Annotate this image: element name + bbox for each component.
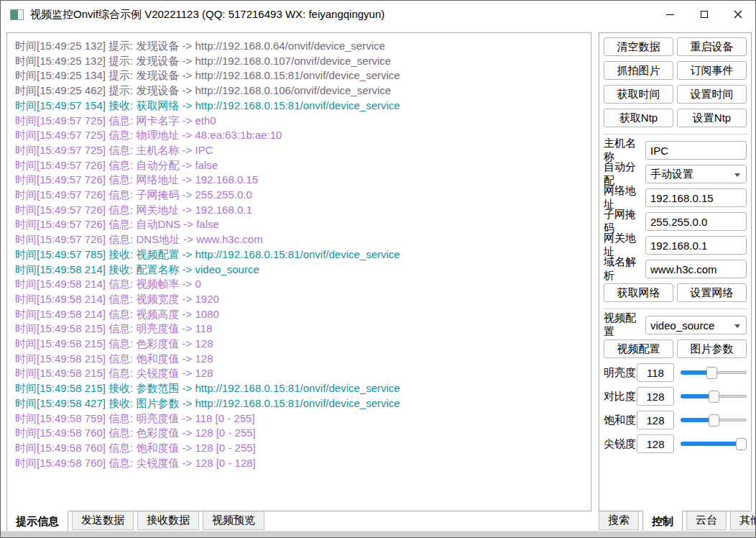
tab-other[interactable]: 其他 xyxy=(730,511,756,530)
log-line: 时间[15:49:58 215] 信息: 饱和度值 -> 128 xyxy=(15,352,583,367)
slider-handle[interactable] xyxy=(709,391,719,403)
sharpness-row: 尖锐度128 xyxy=(604,434,747,453)
contrast-value-box[interactable]: 128 xyxy=(637,387,674,406)
log-line: 时间[15:49:57 726] 信息: 自动分配 -> false xyxy=(15,158,583,173)
get-time-button[interactable]: 获取时间 xyxy=(604,85,673,104)
gateway-address-field[interactable]: 192.168.0.1 xyxy=(645,236,747,255)
contrast-label: 对比度 xyxy=(604,390,637,404)
close-button[interactable] xyxy=(721,1,755,27)
slider-fill xyxy=(681,442,742,446)
log-line: 时间[15:49:57 726] 信息: 网关地址 -> 192.168.0.1 xyxy=(15,203,583,218)
right-tabbar: 搜索控制云台其他 xyxy=(599,511,756,532)
network-address-field-value: 192.168.0.15 xyxy=(650,192,714,204)
maximize-button[interactable] xyxy=(687,1,721,27)
log-line: 时间[15:49:58 214] 信息: 视频高度 -> 1080 xyxy=(15,307,583,322)
log-line: 时间[15:49:58 215] 信息: 色彩度值 -> 128 xyxy=(15,337,583,352)
slider-handle[interactable] xyxy=(706,367,717,379)
host-name-field[interactable]: IPC xyxy=(645,141,747,160)
minimize-icon xyxy=(666,14,674,15)
saturation-slider[interactable] xyxy=(681,414,747,427)
log-line: 时间[15:49:58 215] 接收: 参数范围 -> http://192.… xyxy=(15,381,583,396)
log-line: 时间[15:49:57 154] 接收: 获取网络 -> http://192.… xyxy=(15,99,583,114)
network-address-field[interactable]: 192.168.0.15 xyxy=(645,188,747,207)
video-config-select[interactable]: video_source xyxy=(645,316,747,334)
log-line: 时间[15:49:57 785] 接收: 视频配置 -> http://192.… xyxy=(15,247,583,263)
app-window: 视频监控Onvif综合示例 V20221123 (QQ: 517216493 W… xyxy=(0,0,756,538)
image-params-button[interactable]: 图片参数 xyxy=(677,339,747,358)
set-time-button[interactable]: 设置时间 xyxy=(677,85,747,104)
log-line: 时间[15:49:25 132] 提示: 发现设备 -> http://192.… xyxy=(15,54,583,69)
log-line: 时间[15:49:58 214] 信息: 视频帧率 -> 0 xyxy=(15,277,583,292)
log-line: 时间[15:49:25 134] 提示: 发现设备 -> http://192.… xyxy=(15,68,583,83)
log-line: 时间[15:49:58 760] 信息: 色彩度值 -> 128 [0 - 25… xyxy=(15,426,583,441)
sharpness-value-box[interactable]: 128 xyxy=(637,434,674,453)
log-line: 时间[15:49:58 214] 信息: 视频宽度 -> 1920 xyxy=(15,292,583,307)
video-config-select-label: 视频配置 xyxy=(604,311,645,339)
subscribe-events-button[interactable]: 订阅事件 xyxy=(677,61,747,80)
contrast-slider[interactable] xyxy=(681,391,747,403)
subnet-mask-field-value: 255.255.0.0 xyxy=(650,216,707,228)
brightness-slider[interactable] xyxy=(681,367,747,379)
sharpness-slider[interactable] xyxy=(681,438,747,450)
subnet-mask-field-row: 子网掩码255.255.0.0 xyxy=(604,212,747,231)
log-list: 时间[15:49:25 132] 提示: 发现设备 -> http://192.… xyxy=(15,39,583,470)
bottom-strip xyxy=(1,531,755,537)
left-tabbar: 提示信息发送数据接收数据视频预览 xyxy=(6,511,268,532)
tab-recv-data[interactable]: 接收数据 xyxy=(137,511,199,530)
titlebar: 视频监控Onvif综合示例 V20221123 (QQ: 517216493 W… xyxy=(1,1,755,28)
network-fields: 主机名称IPC自动分配手动设置网络地址192.168.0.15子网掩码255.2… xyxy=(604,141,747,278)
dns-address-field[interactable]: www.h3c.com xyxy=(645,260,747,278)
minimize-button[interactable] xyxy=(653,1,687,27)
tab-ptz[interactable]: 云台 xyxy=(686,511,727,530)
slider-handle[interactable] xyxy=(709,414,719,427)
window-title: 视频监控Onvif综合示例 V20221123 (QQ: 517216493 W… xyxy=(30,8,384,22)
slider-rows: 明亮度118对比度128饱和度128尖锐度128 xyxy=(604,363,747,453)
reboot-device-button[interactable]: 重启设备 xyxy=(677,37,747,56)
action-button-grid: 清空数据重启设备抓拍图片订阅事件获取时间设置时间获取Ntp设置Ntp xyxy=(604,37,747,127)
saturation-value-box[interactable]: 128 xyxy=(637,411,674,429)
get-ntp-button[interactable]: 获取Ntp xyxy=(604,109,673,127)
video-config-select-value: video_source xyxy=(650,319,714,332)
brightness-value-box[interactable]: 118 xyxy=(637,363,674,382)
log-line: 时间[15:49:25 132] 提示: 发现设备 -> http://192.… xyxy=(15,39,583,54)
separator xyxy=(604,309,747,309)
chevron-down-icon xyxy=(734,173,740,177)
brightness-row: 明亮度118 xyxy=(604,363,747,382)
video-config-button[interactable]: 视频配置 xyxy=(604,339,673,358)
log-line: 时间[15:49:57 726] 信息: DNS地址 -> www.h3c.co… xyxy=(15,232,583,247)
network-address-field-row: 网络地址192.168.0.15 xyxy=(604,188,747,207)
log-pane[interactable]: 时间[15:49:25 132] 提示: 发现设备 -> http://192.… xyxy=(6,32,591,511)
subnet-mask-field[interactable]: 255.255.0.0 xyxy=(645,212,747,231)
log-line: 时间[15:49:58 760] 信息: 尖锐度值 -> 128 [0 - 12… xyxy=(15,456,583,471)
tab-tip-info[interactable]: 提示信息 xyxy=(6,511,68,532)
snapshot-button[interactable]: 抓拍图片 xyxy=(604,61,673,80)
tab-control[interactable]: 控制 xyxy=(642,511,683,532)
log-line: 时间[15:49:57 725] 信息: 网卡名字 -> eth0 xyxy=(15,114,583,129)
network-buttons: 获取网络设置网络 xyxy=(604,283,747,302)
clear-data-button[interactable]: 清空数据 xyxy=(604,37,673,56)
log-line: 时间[15:49:57 726] 信息: 自动DNS -> false xyxy=(15,217,583,232)
tab-send-data[interactable]: 发送数据 xyxy=(72,511,134,530)
get-network-button[interactable]: 获取网络 xyxy=(604,283,673,302)
log-line: 时间[15:49:58 427] 接收: 图片参数 -> http://192.… xyxy=(15,396,583,411)
log-line: 时间[15:49:58 215] 信息: 尖锐度值 -> 128 xyxy=(15,366,583,381)
auto-assign-select[interactable]: 手动设置 xyxy=(645,165,747,183)
set-network-button[interactable]: 设置网络 xyxy=(677,283,747,302)
separator xyxy=(604,134,747,134)
auto-assign-select-row: 自动分配手动设置 xyxy=(604,165,747,183)
brightness-label: 明亮度 xyxy=(604,366,637,380)
sharpness-label: 尖锐度 xyxy=(604,437,637,451)
log-line: 时间[15:49:57 726] 信息: 子网掩码 -> 255.255.0.0 xyxy=(15,188,583,203)
tab-video-preview[interactable]: 视频预览 xyxy=(203,511,264,530)
set-ntp-button[interactable]: 设置Ntp xyxy=(677,109,747,127)
chevron-down-icon xyxy=(734,324,740,328)
video-buttons: 视频配置图片参数 xyxy=(604,339,747,358)
slider-handle[interactable] xyxy=(736,438,747,450)
tab-search[interactable]: 搜索 xyxy=(599,511,639,530)
log-line: 时间[15:49:58 214] 接收: 配置名称 -> video_sourc… xyxy=(15,263,583,278)
log-line: 时间[15:49:58 215] 信息: 明亮度值 -> 118 xyxy=(15,322,583,337)
contrast-row: 对比度128 xyxy=(604,387,747,406)
log-line: 时间[15:49:57 725] 信息: 物理地址 -> 48:ea:63:1b… xyxy=(15,128,583,143)
saturation-row: 饱和度128 xyxy=(604,411,747,429)
video-config-select-row: 视频配置video_source xyxy=(604,316,747,334)
